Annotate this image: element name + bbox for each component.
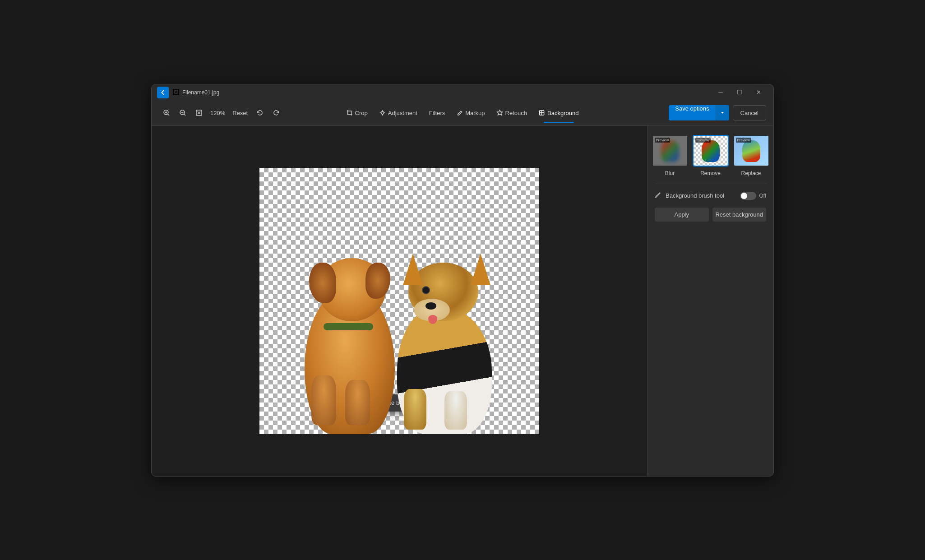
markup-label: Markup — [465, 110, 485, 116]
dog-right — [390, 254, 503, 434]
dog-right-leg-r — [444, 391, 467, 430]
toolbar-right: Save options Cancel — [669, 105, 766, 120]
toolbar-left: 120% Reset — [159, 105, 284, 120]
panel-options: Preview Blur Preview Remove — [655, 135, 766, 176]
window-controls: ─ ☐ ✕ — [711, 85, 768, 100]
brush-tool-row: Background brush tool Off — [655, 191, 766, 200]
svg-line-1 — [168, 114, 170, 116]
title-bar: 🖼 Filename01.jpg ─ ☐ ✕ — [152, 84, 773, 101]
remove-preview-label: Preview — [695, 138, 711, 143]
filters-tool-button[interactable]: Filters — [424, 107, 450, 119]
retouch-label: Retouch — [505, 110, 527, 116]
fit-button[interactable] — [191, 105, 207, 120]
blur-label: Blur — [665, 170, 675, 176]
background-label: Background — [547, 110, 578, 116]
dog-left-ear-r — [365, 263, 390, 299]
replace-thumb: Preview — [733, 135, 769, 167]
app-icon: 🖼 — [172, 88, 180, 97]
dog-left-collar — [324, 323, 373, 330]
dog-left-leg-l — [311, 375, 336, 425]
panel-divider — [655, 184, 766, 184]
image-canvas: ✓ We have removed the background of the … — [259, 168, 539, 434]
zoom-out-button[interactable] — [175, 105, 190, 120]
app-window: 🖼 Filename01.jpg ─ ☐ ✕ 120% Reset — [151, 84, 774, 477]
maximize-button[interactable]: ☐ — [730, 85, 749, 100]
dog-right-ear-l — [403, 254, 423, 285]
svg-rect-16 — [540, 111, 544, 115]
retouch-tool-button[interactable]: Retouch — [491, 107, 532, 119]
toggle-row: Off — [740, 192, 766, 200]
main-area: ✓ We have removed the background of the … — [152, 126, 773, 476]
undo-button[interactable] — [252, 105, 268, 120]
dog-right-eye — [422, 286, 430, 294]
window-title: Filename01.jpg — [182, 89, 711, 96]
svg-point-19 — [655, 197, 657, 198]
crop-tool-button[interactable]: Crop — [341, 107, 373, 119]
dog-right-leg-l — [404, 389, 426, 430]
zoom-in-button[interactable] — [159, 105, 174, 120]
markup-tool-button[interactable]: Markup — [451, 107, 490, 119]
crop-label: Crop — [355, 110, 368, 116]
brush-icon — [655, 191, 662, 200]
panel-actions: Apply Reset background — [655, 208, 766, 222]
close-button[interactable]: ✕ — [749, 85, 768, 100]
brush-toggle[interactable] — [740, 192, 756, 200]
toolbar: 120% Reset Crop Adjustment Filters — [152, 101, 773, 126]
adjustment-label: Adjustment — [388, 110, 417, 116]
filters-label: Filters — [429, 110, 445, 116]
cancel-button[interactable]: Cancel — [733, 105, 766, 120]
save-options-button[interactable]: Save options — [669, 105, 729, 120]
blur-option[interactable]: Preview Blur — [652, 135, 688, 176]
redo-button[interactable] — [268, 105, 284, 120]
svg-line-5 — [184, 114, 186, 116]
svg-marker-15 — [497, 110, 503, 115]
reset-background-button[interactable]: Reset background — [712, 208, 767, 222]
dog-right-tongue — [428, 315, 437, 324]
back-button[interactable] — [157, 87, 169, 98]
remove-label: Remove — [700, 170, 721, 176]
dog-right-nose — [426, 302, 436, 310]
minimize-button[interactable]: ─ — [711, 85, 730, 100]
replace-label: Replace — [741, 170, 761, 176]
toolbar-center-nav: Crop Adjustment Filters Markup Retouch B… — [341, 107, 584, 119]
background-tool-button[interactable]: Background — [533, 107, 584, 119]
toggle-state-label: Off — [759, 193, 766, 199]
dog-left-leg-r — [345, 380, 370, 425]
right-panel: Preview Blur Preview Remove — [647, 126, 773, 476]
adjustment-tool-button[interactable]: Adjustment — [374, 107, 423, 119]
toggle-knob — [741, 193, 747, 199]
dog-right-ear-r — [471, 254, 490, 285]
reset-button[interactable]: Reset — [229, 108, 251, 118]
save-options-label[interactable]: Save options — [669, 105, 715, 120]
remove-option[interactable]: Preview Remove — [693, 135, 729, 176]
zoom-level: 120% — [208, 110, 228, 116]
blur-preview-label: Preview — [655, 138, 670, 143]
dog-left-ear-l — [309, 263, 336, 303]
replace-preview-label: Preview — [736, 138, 751, 143]
apply-button[interactable]: Apply — [655, 208, 709, 222]
blur-thumb: Preview — [652, 135, 688, 167]
svg-point-10 — [381, 111, 384, 114]
puppies-container — [259, 168, 539, 434]
replace-option[interactable]: Preview Replace — [733, 135, 769, 176]
brush-tool-label: Background brush tool — [666, 192, 736, 199]
canvas-area: ✓ We have removed the background of the … — [152, 126, 647, 476]
remove-thumb: Preview — [693, 135, 729, 167]
save-options-dropdown-arrow[interactable] — [716, 105, 729, 120]
